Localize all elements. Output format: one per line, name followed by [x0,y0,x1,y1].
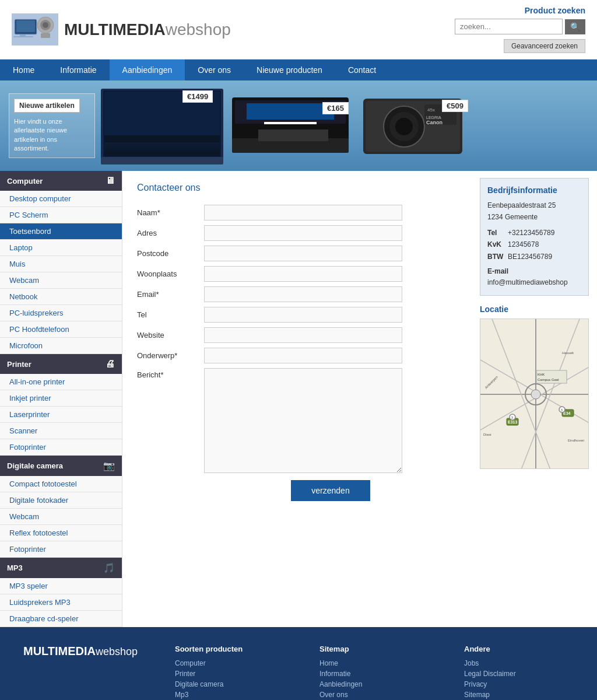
nav-home[interactable]: Home [0,60,47,80]
label-woonplaats: Woonplaats [137,270,204,278]
sidebar-item-laptop[interactable]: Laptop [0,240,122,256]
footer-soorten: Soorten producten Computer Printer Digit… [175,645,285,700]
camera-category-icon: 📷 [103,460,115,471]
footer-soorten-title: Soorten producten [175,645,285,653]
nav-nieuweproducten[interactable]: Nieuwe producten [244,60,335,80]
sidebar-item-pcscherm[interactable]: PC Scherm [0,207,122,223]
search-row: 🔍 [455,19,585,34]
form-row-naam: Naam* [137,205,457,220]
footer-sitemap-title: Sitemap [319,645,429,653]
footer-soorten-mp3[interactable]: Mp3 [175,691,285,699]
footer-soorten-camera[interactable]: Digitale camera [175,680,285,688]
sidebar-item-fotoprinter2[interactable]: Fotoprinter [0,541,122,558]
printer-category-label: Printer [7,360,31,369]
svg-text:3: 3 [511,416,513,419]
footer-sitemap-informatie[interactable]: Informatie [319,670,429,678]
input-email[interactable] [204,286,402,302]
search-input[interactable] [455,19,563,34]
svg-text:Canon: Canon [426,120,443,125]
nav-aanbiedingen[interactable]: Aanbiedingen [110,60,185,80]
sidebar-item-cdspeler[interactable]: Draagbare cd-speler [0,611,122,627]
sidebar-item-desktop[interactable]: Desktop computer [0,191,122,207]
footer-andere: Andere Jobs Legal Disclaimer Privacy Sit… [464,645,574,700]
svg-rect-19 [264,122,317,124]
sidebar-item-luidsprekers[interactable]: Luidsprekers MP3 [0,594,122,611]
sidebar-item-webcam2[interactable]: Webcam [0,509,122,525]
footer-soorten-computer[interactable]: Computer [175,659,285,667]
sidebar-item-pcluidsprekers[interactable]: PC-luidsprekers [0,305,122,321]
contact-section: Contacteer ons Naam* Adres Postcode Woon… [122,171,472,627]
label-email: Email* [137,290,204,299]
footer-andere-jobs[interactable]: Jobs [464,659,574,667]
sidebar-item-microfoon[interactable]: Microfoon [0,338,122,354]
sidebar-item-digitaal[interactable]: Digitale fotokader [0,492,122,509]
input-website[interactable] [204,327,402,343]
bedrijf-email-section: E-mail info@multimediawebshop [487,266,581,288]
sidebar-item-toetsenbord[interactable]: Toetsenbord [0,223,122,240]
footer-andere-legal[interactable]: Legal Disclaimer [464,670,574,678]
form-row-email: Email* [137,286,457,302]
printer-image [229,86,352,164]
label-website: Website [137,331,204,340]
sidebar-item-allinone[interactable]: All-in-one printer [0,374,122,390]
svg-text:Diest: Diest [483,433,491,436]
computer-category-icon: 🖥 [106,176,115,186]
label-tel: Tel [137,310,204,319]
sidebar-item-inkjet[interactable]: Inkjet printer [0,390,122,407]
input-tel[interactable] [204,307,402,323]
svg-rect-7 [41,33,50,38]
footer-sitemap-overons[interactable]: Over ons [319,691,429,699]
nav-overons[interactable]: Over ons [185,60,244,80]
sidebar-item-laser[interactable]: Laserprinter [0,407,122,423]
mp3-category-label: MP3 [7,564,23,572]
sidebar-category-printer: Printer 🖨 [0,354,122,374]
bedrijf-btw-row: BTW BE123456789 [487,251,581,262]
nav-contact[interactable]: Contact [335,60,389,80]
form-row-adres: Adres [137,225,457,241]
sidebar-item-webcam[interactable]: Webcam [0,272,122,289]
logo-image [12,13,58,46]
sidebar-item-pchoofdtelefoon[interactable]: PC Hoofdtelefoon [0,321,122,338]
submit-button[interactable]: verzenden [291,480,370,501]
footer-andere-sitemap[interactable]: Sitemap [464,691,574,699]
search-button[interactable]: 🔍 [565,19,585,34]
input-onderwerp[interactable] [204,348,402,363]
locatie-title: Locatie [480,304,589,314]
tel-value: +32123456789 [508,227,554,239]
form-row-postcode: Postcode [137,246,457,261]
svg-rect-16 [247,103,334,120]
advanced-search-button[interactable]: Geavanceerd zoeken [504,39,585,53]
kvk-value: 12345678 [508,239,539,250]
mp3-category-icon: 🎵 [103,562,115,573]
sidebar-item-reflex[interactable]: Reflex fototoestel [0,525,122,541]
sidebar-item-netbook[interactable]: Netbook [0,289,122,305]
svg-text:Eindhoven: Eindhoven [568,439,584,442]
svg-rect-2 [20,34,26,36]
svg-rect-13 [101,157,223,164]
label-bericht: Bericht* [137,368,204,379]
input-adres[interactable] [204,225,402,241]
bedrijf-box: Bedrijfsinformatie Eenbepaaldestraat 25 … [480,178,589,296]
input-postcode[interactable] [204,246,402,261]
banner-printer: €165 [229,86,352,166]
camera-price-tag: €509 [442,100,468,112]
input-naam[interactable] [204,205,402,220]
sidebar-item-fotoprinter[interactable]: Fotoprinter [0,439,122,456]
sidebar-item-muis[interactable]: Muis [0,256,122,272]
footer-soorten-printer[interactable]: Printer [175,670,285,678]
input-woonplaats[interactable] [204,266,402,282]
footer-sitemap-home[interactable]: Home [319,659,429,667]
footer-sitemap-aanbiedingen[interactable]: Aanbiedingen [319,680,429,688]
input-bericht[interactable] [204,368,402,473]
page-footer: MULTIMEDIAwebshop Soorten producten Comp… [0,627,597,700]
label-adres: Adres [137,229,204,237]
sidebar-item-scanner[interactable]: Scanner [0,423,122,439]
sidebar-item-mp3speler[interactable]: MP3 speler [0,578,122,594]
new-articles-button[interactable]: Nieuwe artikelen [14,99,80,113]
tel-label: Tel [487,227,505,239]
sidebar-item-compact[interactable]: Compact fototoestel [0,476,122,492]
nav-informatie[interactable]: Informatie [47,60,109,80]
svg-text:Campus Geel: Campus Geel [538,378,559,382]
footer-andere-privacy[interactable]: Privacy [464,680,574,688]
right-panel: Bedrijfsinformatie Eenbepaaldestraat 25 … [472,171,597,627]
